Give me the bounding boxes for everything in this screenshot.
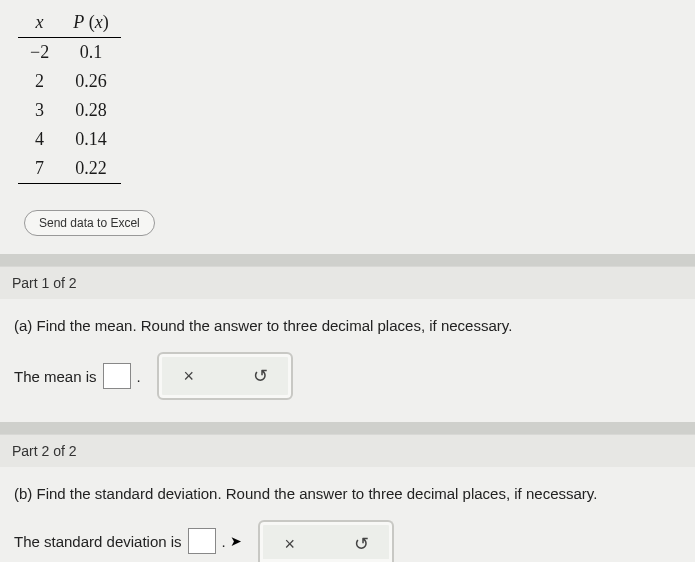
sd-suffix: . — [222, 533, 226, 550]
table-row: 2 0.26 — [18, 67, 121, 96]
clear-button[interactable]: × — [268, 528, 312, 560]
sd-input[interactable] — [188, 528, 216, 554]
undo-icon: ↺ — [253, 365, 268, 387]
clear-button[interactable]: × — [167, 360, 211, 392]
divider — [0, 254, 695, 266]
reset-button[interactable]: ↺ — [340, 528, 384, 560]
tool-panel-b: × ↺ — [258, 520, 394, 562]
send-to-excel-button[interactable]: Send data to Excel — [24, 210, 155, 236]
cell-x: 7 — [18, 154, 61, 184]
answer-row-b: The standard deviation is . ➤ × ↺ — [0, 512, 695, 562]
undo-icon: ↺ — [354, 533, 369, 555]
sd-answer-text: The standard deviation is . ➤ — [14, 528, 242, 554]
mean-suffix: . — [137, 368, 141, 385]
mean-input[interactable] — [103, 363, 131, 389]
table-header-row: x P (x) — [18, 8, 121, 38]
cell-px: 0.1 — [61, 38, 121, 68]
question-b: (b) Find the standard deviation. Round t… — [0, 467, 695, 512]
table-row: −2 0.1 — [18, 38, 121, 68]
header-x: x — [18, 8, 61, 38]
cell-px: 0.22 — [61, 154, 121, 184]
cell-x: 4 — [18, 125, 61, 154]
mean-prefix: The mean is — [14, 368, 97, 385]
question-a: (a) Find the mean. Round the answer to t… — [0, 299, 695, 344]
cell-x: 2 — [18, 67, 61, 96]
part-1-header: Part 1 of 2 — [0, 266, 695, 299]
table-row: 4 0.14 — [18, 125, 121, 154]
probability-table: x P (x) −2 0.1 2 0.26 3 0.28 4 0.14 7 — [18, 8, 121, 184]
cell-x: 3 — [18, 96, 61, 125]
reset-button[interactable]: ↺ — [239, 360, 283, 392]
cell-x: −2 — [18, 38, 61, 68]
table-row: 3 0.28 — [18, 96, 121, 125]
cursor-icon: ➤ — [230, 533, 242, 549]
tool-panel-a: × ↺ — [157, 352, 293, 400]
close-icon: × — [285, 534, 296, 555]
mean-answer-text: The mean is . — [14, 363, 141, 389]
part-2-header: Part 2 of 2 — [0, 434, 695, 467]
header-px: P (x) — [61, 8, 121, 38]
cell-px: 0.14 — [61, 125, 121, 154]
cell-px: 0.28 — [61, 96, 121, 125]
divider — [0, 422, 695, 434]
cell-px: 0.26 — [61, 67, 121, 96]
top-section: x P (x) −2 0.1 2 0.26 3 0.28 4 0.14 7 — [0, 0, 695, 254]
close-icon: × — [183, 366, 194, 387]
table-row: 7 0.22 — [18, 154, 121, 184]
sd-prefix: The standard deviation is — [14, 533, 182, 550]
answer-row-a: The mean is . × ↺ — [0, 344, 695, 422]
